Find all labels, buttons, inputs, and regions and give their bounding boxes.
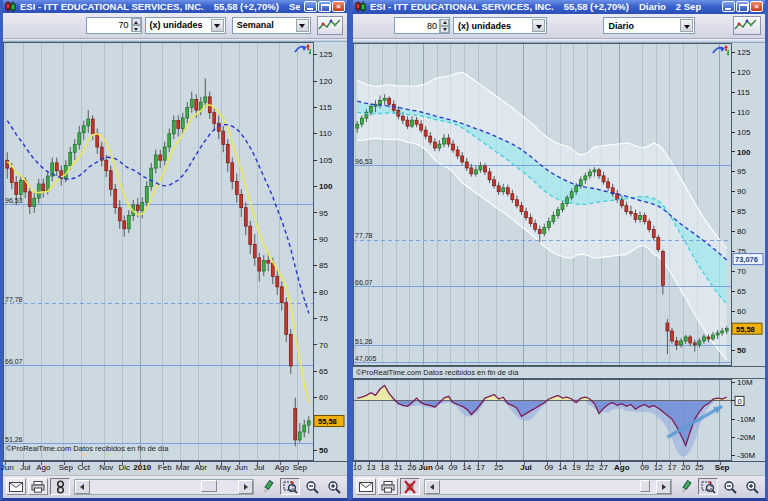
units-mode-dropdown[interactable]: (x) unidades [453, 17, 547, 34]
svg-text:105: 105 [319, 156, 333, 165]
weekly-x-axis: JunJulAgoSepOctNovDic2010FebMarAbrMayJun… [3, 461, 347, 475]
daily-chart-canvas[interactable]: 96,5377,7866,0751,2647,00512512011511010… [353, 43, 765, 366]
svg-text:65: 65 [319, 367, 328, 376]
weekly-titlebar[interactable]: ESI - ITT EDUCATIONAL SERVICES, INC. 55,… [3, 0, 347, 13]
scroll-right-icon[interactable] [656, 480, 671, 494]
x-axis-label: Sep [715, 463, 730, 472]
svg-text:96,53: 96,53 [5, 197, 23, 204]
volume-oscillator-panel[interactable]: 10M0-10M-20M-30M [353, 379, 765, 461]
maximize-button[interactable] [318, 1, 331, 12]
zoom-in-icon[interactable] [324, 478, 344, 495]
daily-toolbar: 80 (x) unidades Diario [353, 14, 765, 39]
zoom-out-icon[interactable] [302, 478, 322, 495]
chart-style-button[interactable] [733, 16, 761, 35]
svg-text:90: 90 [319, 235, 328, 244]
x-axis-label: Sep [59, 463, 73, 472]
chevron-down-icon [211, 19, 224, 32]
zoom-selection-icon[interactable] [280, 478, 300, 495]
svg-text:80: 80 [737, 227, 746, 236]
svg-text:55,58: 55,58 [736, 325, 755, 334]
x-axis-label: Jun [1, 463, 14, 472]
scroll-to-last-icon[interactable] [293, 43, 311, 56]
x-axis-label: Jun [235, 463, 248, 472]
title-date: 2 Sep [676, 1, 701, 12]
zoom-out-icon[interactable] [720, 478, 740, 495]
unlink-charts-icon[interactable] [400, 478, 420, 495]
svg-text:77,78: 77,78 [355, 232, 373, 239]
svg-text:60: 60 [319, 394, 328, 403]
timeframe-dropdown[interactable]: Semanal [232, 17, 311, 34]
scroll-left-icon[interactable] [75, 480, 90, 494]
x-axis-label: Ago [36, 463, 50, 472]
units-count-spinner[interactable]: 80 [394, 17, 450, 34]
zoom-in-icon[interactable] [742, 478, 762, 495]
timeframe-dropdown[interactable]: Diario [603, 17, 695, 34]
daily-titlebar[interactable]: ESI - ITT EDUCATIONAL SERVICES, INC. 55,… [353, 0, 765, 14]
svg-text:50: 50 [319, 446, 328, 455]
draw-tool-icon[interactable] [676, 478, 696, 495]
minimize-button[interactable] [304, 1, 317, 12]
spinner-down-icon[interactable] [132, 25, 141, 32]
svg-text:105: 105 [737, 128, 751, 137]
svg-text:115: 115 [319, 103, 332, 112]
horizontal-scrollbar[interactable] [74, 479, 254, 495]
prorealtime-workspace: ESI - ITT EDUCATIONAL SERVICES, INC. 55,… [0, 0, 768, 501]
scroll-right-icon[interactable] [238, 480, 253, 494]
x-axis-label: May [216, 463, 231, 472]
scroll-left-icon[interactable] [425, 480, 440, 494]
spinner-down-icon[interactable] [440, 26, 449, 33]
chart-style-button[interactable] [317, 16, 343, 35]
units-count-spinner[interactable]: 70 [86, 17, 142, 34]
svg-text:65: 65 [737, 287, 746, 296]
svg-text:75: 75 [319, 315, 328, 324]
units-count-value: 70 [87, 20, 131, 30]
svg-text:50: 50 [737, 347, 746, 356]
scrollbar-track[interactable] [90, 480, 238, 494]
svg-text:95: 95 [737, 168, 746, 177]
chart-window-daily: ESI - ITT EDUCATIONAL SERVICES, INC. 55,… [350, 0, 768, 501]
svg-text:-10M: -10M [737, 415, 756, 424]
printer-icon[interactable] [28, 478, 48, 495]
zoom-selection-icon[interactable] [698, 478, 718, 495]
title-symbol: ESI - ITT EDUCATIONAL SERVICES, INC. [20, 1, 204, 12]
x-axis-label: Jun [419, 463, 433, 472]
units-mode-dropdown[interactable]: (x) unidades [145, 17, 226, 34]
copyright-note: ©ProRealTime.com Datos recibidos en fin … [6, 444, 168, 453]
svg-text:55,58: 55,58 [318, 417, 337, 426]
svg-text:66,07: 66,07 [5, 358, 23, 365]
close-button[interactable]: × [750, 1, 763, 12]
candlestick-window-icon [5, 1, 16, 12]
scrollbar-track[interactable] [440, 480, 656, 494]
spinner-up-icon[interactable] [132, 18, 141, 25]
scrollbar-thumb[interactable] [640, 480, 650, 492]
x-axis-label: 2010 [133, 463, 151, 472]
svg-text:90: 90 [737, 187, 746, 196]
svg-text:100: 100 [319, 183, 333, 192]
weekly-toolbar: 70 (x) unidades Semanal [3, 13, 347, 38]
printer-icon[interactable] [378, 478, 398, 495]
window-title: ESI - ITT EDUCATIONAL SERVICES, INC. 55,… [20, 1, 300, 12]
svg-text:120: 120 [737, 68, 751, 77]
mail-icon[interactable] [356, 478, 376, 495]
weekly-chart-canvas[interactable]: 96,5377,7866,0751,2612512011511010510095… [3, 42, 347, 461]
link-charts-icon[interactable] [50, 478, 70, 495]
scrollbar-thumb[interactable] [201, 480, 217, 492]
svg-text:80: 80 [319, 288, 328, 297]
svg-text:110: 110 [737, 108, 750, 117]
svg-text:51,26: 51,26 [5, 436, 23, 443]
horizontal-scrollbar[interactable] [424, 479, 672, 495]
maximize-button[interactable] [736, 1, 749, 12]
svg-text:96,53: 96,53 [355, 158, 373, 165]
svg-text:66,07: 66,07 [355, 279, 373, 286]
units-mode-value: (x) unidades [146, 20, 207, 30]
svg-text:85: 85 [737, 207, 746, 216]
minimize-button[interactable] [722, 1, 735, 12]
close-button[interactable]: × [332, 1, 345, 12]
scroll-to-last-icon[interactable] [711, 44, 729, 57]
svg-text:10M: 10M [737, 379, 753, 387]
draw-tool-icon[interactable] [258, 478, 278, 495]
chevron-down-icon [680, 19, 693, 32]
mail-icon[interactable] [6, 478, 26, 495]
spinner-up-icon[interactable] [440, 19, 449, 26]
svg-text:110: 110 [319, 130, 332, 139]
